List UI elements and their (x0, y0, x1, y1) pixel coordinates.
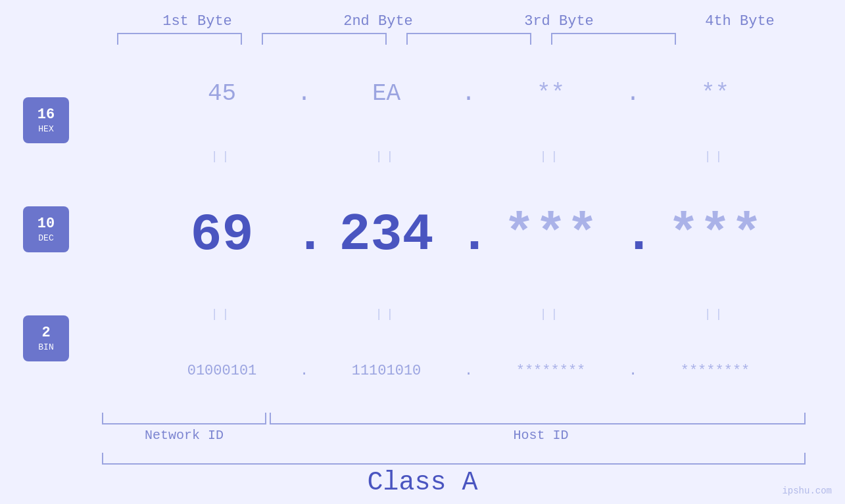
hex-row: 45 . EA . ** . ** (92, 80, 845, 107)
eq1-b1: || (150, 149, 295, 164)
dec-b2: 234 (314, 205, 459, 265)
dec-badge: 10 DEC (23, 206, 69, 252)
bin-badge-number: 2 (41, 325, 50, 342)
bracket-b4 (551, 33, 676, 45)
class-label: Class A (0, 468, 845, 497)
values-area: 45 . EA . ** . ** || (92, 46, 845, 413)
equals-row-1: || || || || (92, 149, 845, 164)
bracket-b2 (262, 33, 387, 45)
network-id-label: Network ID (102, 428, 266, 443)
hex-b4: ** (643, 80, 788, 107)
bin-b4: ******** (643, 363, 788, 379)
dec-badge-number: 10 (37, 216, 55, 233)
bottom-brackets (92, 413, 815, 424)
eq2-b3: || (479, 306, 623, 321)
bin-dot1: . (295, 363, 314, 379)
dec-row: 69 . 234 . *** . *** (92, 205, 845, 265)
host-id-label: Host ID (266, 428, 815, 443)
dec-dot3: . (623, 205, 643, 265)
badges-column: 16 HEX 10 DEC 2 BIN (0, 46, 92, 413)
hex-b2: EA (314, 80, 459, 107)
hex-badge-number: 16 (37, 106, 55, 124)
bin-badge-label: BIN (38, 342, 53, 352)
hex-b1: 45 (150, 80, 295, 107)
class-bracket-row (92, 453, 815, 465)
top-brackets (107, 33, 831, 46)
main-container: 1st Byte 2nd Byte 3rd Byte 4th Byte 16 H… (0, 0, 845, 504)
bin-row: 01000101 . 11101010 . ******** . *******… (92, 363, 845, 379)
eq2-b2: || (314, 306, 459, 321)
bracket-b3 (406, 33, 531, 45)
eq2-b1: || (150, 306, 295, 321)
dec-b1: 69 (150, 205, 295, 265)
hex-b3: ** (479, 80, 623, 107)
bracket-b1 (117, 33, 242, 45)
byte-headers: 1st Byte 2nd Byte 3rd Byte 4th Byte (107, 0, 831, 30)
hex-dot1: . (295, 80, 314, 107)
network-bracket (102, 413, 266, 424)
bin-b1: 01000101 (150, 363, 295, 379)
bottom-section: Network ID Host ID Class A (0, 413, 845, 504)
hex-dot3: . (623, 80, 643, 107)
eq1-b3: || (479, 149, 623, 164)
dec-b4: *** (643, 205, 788, 265)
bin-badge: 2 BIN (23, 315, 69, 361)
equals-row-2: || || || || (92, 306, 845, 321)
host-bracket (270, 413, 806, 424)
hex-badge: 16 HEX (23, 97, 69, 143)
eq1-b2: || (314, 149, 459, 164)
dec-b3: *** (479, 205, 623, 265)
byte3-header: 3rd Byte (487, 13, 631, 30)
watermark: ipshu.com (782, 486, 832, 496)
byte4-header: 4th Byte (667, 13, 812, 30)
hex-dot2: . (459, 80, 479, 107)
dec-dot1: . (295, 205, 314, 265)
eq1-b4: || (643, 149, 788, 164)
bin-dot2: . (459, 363, 479, 379)
bin-dot3: . (623, 363, 643, 379)
dec-badge-label: DEC (38, 233, 53, 243)
byte2-header: 2nd Byte (306, 13, 450, 30)
id-labels: Network ID Host ID (92, 428, 815, 443)
eq2-b4: || (643, 306, 788, 321)
hex-badge-label: HEX (38, 124, 53, 134)
class-bracket (102, 453, 806, 465)
bin-b2: 11101010 (314, 363, 459, 379)
dec-dot2: . (459, 205, 479, 265)
byte1-header: 1st Byte (125, 13, 270, 30)
bin-b3: ******** (479, 363, 623, 379)
